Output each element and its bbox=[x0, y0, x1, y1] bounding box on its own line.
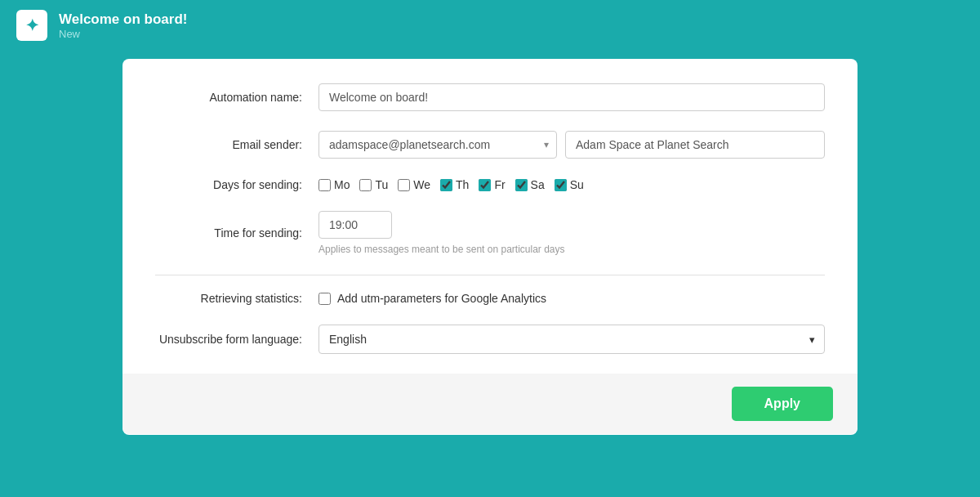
app-header: ✦ Welcome on board! New bbox=[0, 0, 980, 51]
day-mo: Mo bbox=[318, 178, 350, 191]
logo: ✦ bbox=[16, 10, 47, 41]
day-th: Th bbox=[440, 178, 469, 191]
time-wrapper: Applies to messages meant to be sent on … bbox=[318, 211, 825, 255]
day-fr: Fr bbox=[479, 178, 505, 191]
utm-checkbox[interactable] bbox=[318, 293, 331, 305]
day-sa: Sa bbox=[515, 178, 545, 191]
stats-label: Retrieving statistics: bbox=[155, 292, 318, 305]
app-subtitle: New bbox=[59, 28, 187, 40]
logo-icon: ✦ bbox=[25, 16, 39, 35]
day-th-checkbox[interactable] bbox=[440, 179, 452, 191]
time-hint: Applies to messages meant to be sent on … bbox=[318, 244, 825, 255]
email-sender-select[interactable]: adamspace@planetsearch.com bbox=[318, 131, 557, 159]
email-select-wrapper: adamspace@planetsearch.com ▾ bbox=[318, 131, 557, 159]
days-label: Days for sending: bbox=[155, 178, 318, 191]
app-title: Welcome on board! bbox=[59, 11, 187, 28]
card-footer: Apply bbox=[122, 374, 858, 434]
day-we-label: We bbox=[413, 178, 430, 191]
settings-card: Automation name: Email sender: adamspace… bbox=[122, 59, 858, 435]
time-label: Time for sending: bbox=[155, 226, 318, 240]
stats-control: Add utm-parameters for Google Analytics bbox=[318, 292, 825, 305]
section-divider bbox=[155, 275, 825, 275]
language-row: Unsubscribe form language: English Frenc… bbox=[155, 325, 825, 354]
day-mo-label: Mo bbox=[334, 178, 350, 191]
language-select[interactable]: English French Spanish German Italian Po… bbox=[318, 325, 825, 354]
day-tu-label: Tu bbox=[375, 178, 388, 191]
days-control: Mo Tu We Th bbox=[318, 178, 825, 191]
language-label: Unsubscribe form language: bbox=[155, 333, 318, 346]
email-sender-row: Email sender: adamspace@planetsearch.com… bbox=[155, 131, 825, 159]
sender-name-input[interactable] bbox=[565, 131, 825, 159]
stats-checkbox-row: Add utm-parameters for Google Analytics bbox=[318, 292, 825, 305]
days-row: Days for sending: Mo Tu We bbox=[155, 178, 825, 191]
day-sa-checkbox[interactable] bbox=[515, 179, 528, 191]
day-sa-label: Sa bbox=[531, 178, 545, 191]
main-wrapper: Automation name: Email sender: adamspace… bbox=[0, 51, 980, 443]
day-fr-checkbox[interactable] bbox=[479, 179, 491, 191]
day-th-label: Th bbox=[456, 178, 469, 191]
day-fr-label: Fr bbox=[494, 178, 505, 191]
automation-name-control bbox=[318, 83, 825, 111]
day-su-label: Su bbox=[570, 178, 584, 191]
email-sender-control: adamspace@planetsearch.com ▾ bbox=[318, 131, 825, 159]
language-select-wrapper: English French Spanish German Italian Po… bbox=[318, 325, 825, 354]
day-we: We bbox=[398, 178, 430, 191]
time-control: Applies to messages meant to be sent on … bbox=[318, 211, 825, 255]
utm-label: Add utm-parameters for Google Analytics bbox=[337, 292, 546, 305]
day-tu-checkbox[interactable] bbox=[359, 179, 372, 191]
time-row: Time for sending: Applies to messages me… bbox=[155, 211, 825, 255]
automation-name-row: Automation name: bbox=[155, 83, 825, 111]
apply-button[interactable]: Apply bbox=[732, 387, 833, 421]
day-mo-checkbox[interactable] bbox=[318, 179, 331, 191]
stats-row: Retrieving statistics: Add utm-parameter… bbox=[155, 292, 825, 305]
days-wrapper: Mo Tu We Th bbox=[318, 178, 825, 191]
header-text: Welcome on board! New bbox=[59, 11, 187, 40]
email-sender-label: Email sender: bbox=[155, 138, 318, 151]
day-we-checkbox[interactable] bbox=[398, 179, 410, 191]
day-tu: Tu bbox=[359, 178, 388, 191]
automation-name-input[interactable] bbox=[318, 83, 825, 111]
language-control: English French Spanish German Italian Po… bbox=[318, 325, 825, 354]
day-su: Su bbox=[555, 178, 584, 191]
day-su-checkbox[interactable] bbox=[555, 179, 567, 191]
automation-name-label: Automation name: bbox=[155, 91, 318, 104]
time-input[interactable] bbox=[318, 211, 392, 239]
email-sender-wrapper: adamspace@planetsearch.com ▾ bbox=[318, 131, 825, 159]
